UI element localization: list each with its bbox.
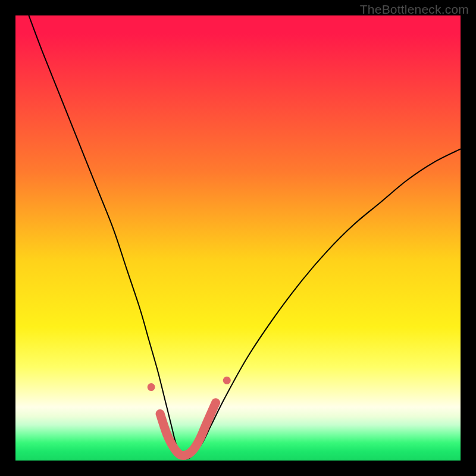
watermark-text: TheBottleneck.com — [360, 2, 469, 17]
highlight-marker-dot — [148, 383, 155, 391]
chart-svg — [15, 15, 461, 461]
highlight-band — [160, 403, 216, 456]
chart-frame: TheBottleneck.com — [0, 0, 476, 476]
highlight-marker-dot — [223, 377, 231, 384]
bottleneck-curve — [29, 15, 461, 459]
chart-plot-area — [15, 15, 461, 461]
